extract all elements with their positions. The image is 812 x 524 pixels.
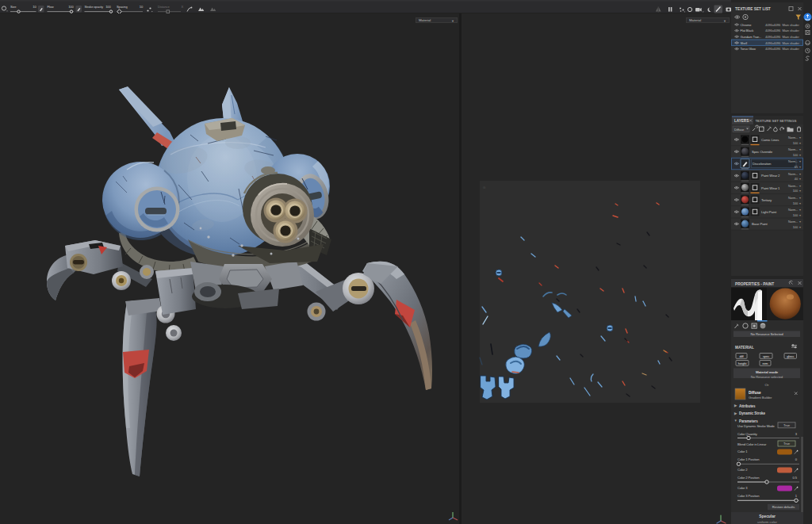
svg-text:Gundam Tran...: Gundam Tran... [741,35,762,39]
svg-text:Paint Wear 1: Paint Wear 1 [761,186,780,190]
svg-text:Flow: Flow [48,5,54,9]
svg-text:Light Paint: Light Paint [761,210,777,214]
svg-text:Main shader: Main shader [783,29,800,33]
svg-text:100: 100 [105,5,111,9]
svg-text:65: 65 [795,165,798,169]
svg-text:Dynamic Stroke: Dynamic Stroke [739,411,765,415]
svg-text:Color 2: Color 2 [737,468,748,472]
svg-text:Base Paint: Base Paint [752,222,768,226]
svg-text:100: 100 [68,5,74,9]
svg-text:4096x4096: 4096x4096 [765,47,781,51]
svg-text:▾: ▾ [799,213,801,217]
svg-text:True: True [783,442,791,446]
svg-text:Torso Glow: Torso Glow [741,47,756,51]
svg-text:Color 3 Position: Color 3 Position [737,494,760,498]
svg-text:uniform color: uniform color [757,520,777,524]
svg-text:True: True [783,423,791,427]
svg-text:Blend Color in Linear: Blend Color in Linear [737,442,767,446]
svg-text:Main shader: Main shader [783,23,800,27]
svg-text:▾: ▾ [799,136,801,140]
svg-text:Norm...: Norm... [788,147,798,151]
svg-text:Main shader: Main shader [783,35,800,39]
svg-text:Paint Wear 2: Paint Wear 2 [761,174,780,178]
svg-text:▾: ▾ [799,220,801,224]
svg-text:Discoloration: Discoloration [753,162,772,166]
svg-text:Diffuse: Diffuse [734,128,745,132]
svg-text:Main shader: Main shader [783,47,800,51]
svg-text:4096x4096: 4096x4096 [765,23,781,27]
svg-text:Norm...: Norm... [788,196,798,200]
svg-text:Color Quantity: Color Quantity [737,432,758,436]
svg-text:Spacing: Spacing [117,5,128,9]
svg-text:▾: ▾ [799,189,801,193]
svg-text:Norm...: Norm... [788,208,798,212]
svg-text:Restore defaults: Restore defaults [772,505,795,509]
svg-text:10: 10 [33,5,36,9]
svg-text:Norm...: Norm... [788,172,798,176]
svg-text:4096x4096: 4096x4096 [765,41,781,45]
svg-text:4096x4096: 4096x4096 [765,29,781,33]
svg-text:MATERIAL: MATERIAL [735,346,754,350]
svg-text:Chrome: Chrome [741,23,753,27]
svg-text:Attributes: Attributes [739,404,756,408]
svg-text:0.5: 0.5 [793,476,798,480]
svg-text:Or: Or [765,383,769,387]
svg-text:TEXTURE SET SETTINGS: TEXTURE SET SETTINGS [756,119,797,123]
svg-text:Color 2 Position: Color 2 Position [737,476,760,480]
svg-text:Norm...: Norm... [788,136,798,140]
svg-text:100: 100 [793,141,799,145]
svg-text:Spec Override: Spec Override [752,150,773,154]
svg-text:100: 100 [793,225,799,229]
svg-text:▾: ▾ [799,141,801,145]
svg-text:nrm: nrm [763,361,768,365]
svg-text:▾: ▾ [799,208,801,212]
svg-text:Comic Lines: Comic Lines [761,138,779,142]
svg-text:Specular: Specular [759,514,776,518]
svg-text:▼: ▼ [734,419,737,423]
svg-text:100: 100 [793,201,799,205]
svg-text:Flat Black: Flat Black [741,29,755,33]
svg-text:▾: ▾ [799,196,801,200]
svg-text:PROPERTIES - PAINT: PROPERTIES - PAINT [735,282,774,286]
svg-text:▾: ▾ [799,172,801,176]
svg-text:Size: Size [10,5,17,9]
svg-text:▾: ▾ [799,184,801,188]
svg-text:Use Dynamic Stroke Mode: Use Dynamic Stroke Mode [737,424,775,428]
svg-text:No Resource Selected: No Resource Selected [751,332,784,336]
svg-text:▾: ▾ [799,177,801,181]
svg-text:TEXTURE SET LIST: TEXTURE SET LIST [735,7,771,11]
svg-text:gloss: gloss [787,354,794,358]
svg-text:Norm...: Norm... [788,159,798,163]
svg-text:spec: spec [763,354,769,358]
svg-text:Material mode: Material mode [756,370,779,374]
svg-text:LAYERS: LAYERS [734,119,749,123]
svg-text:No Resource selected: No Resource selected [751,375,783,379]
svg-text:Color 1: Color 1 [737,449,748,453]
svg-text:Main shader: Main shader [783,41,800,45]
svg-text:height: height [738,361,748,365]
svg-text:Shell: Shell [741,41,748,45]
svg-text:100: 100 [793,153,799,157]
svg-text:▾: ▾ [799,225,801,229]
svg-text:▾: ▾ [799,147,801,151]
svg-text:100: 100 [793,213,799,217]
svg-text:10: 10 [140,5,144,9]
svg-text:Gradient Builder: Gradient Builder [749,396,772,400]
svg-text:G: G [483,186,485,189]
svg-text:Tertiary: Tertiary [761,198,772,202]
svg-text:Color 1 Position: Color 1 Position [737,457,760,461]
svg-text:Norm...: Norm... [788,184,798,188]
svg-text:Stroke opacity: Stroke opacity [85,5,105,9]
svg-text:X: X [181,5,183,9]
svg-text:Distance: Distance [158,5,170,9]
svg-text:▶: ▶ [733,411,737,415]
svg-text:▾: ▾ [799,159,801,163]
svg-text:100: 100 [793,189,799,193]
svg-text:▾: ▾ [799,153,801,157]
svg-text:Diffuse: Diffuse [749,391,761,395]
svg-text:Norm...: Norm... [788,220,798,224]
svg-text:▶: ▶ [733,404,737,407]
svg-text:▾: ▾ [799,165,801,169]
svg-text:4096x4096: 4096x4096 [765,35,781,39]
svg-text:Parameters: Parameters [739,419,758,423]
